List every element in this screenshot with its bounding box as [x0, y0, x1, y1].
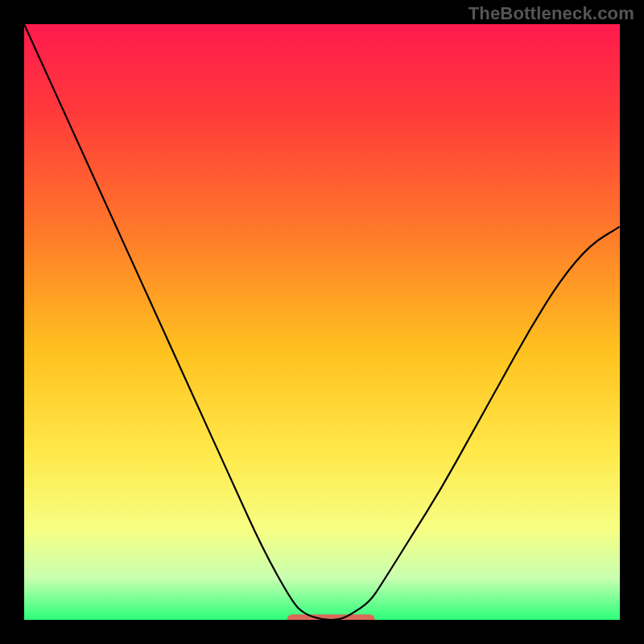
watermark-text: TheBottleneck.com	[469, 3, 634, 24]
chart-frame: TheBottleneck.com	[0, 0, 644, 644]
gradient-background	[24, 24, 620, 620]
bottleneck-chart	[0, 0, 644, 644]
